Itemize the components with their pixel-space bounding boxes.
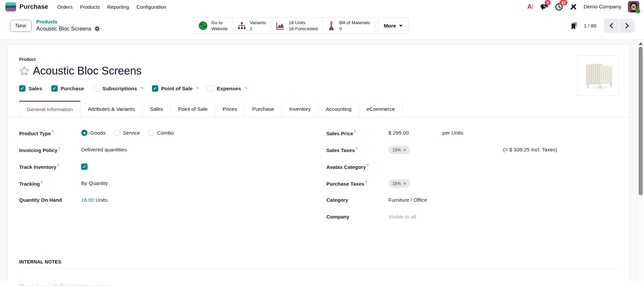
sitemap-icon xyxy=(237,21,246,30)
product-title-input[interactable]: Acoustic Bloc Screens xyxy=(33,64,142,77)
company-input[interactable]: Visible to all xyxy=(388,213,416,220)
invoicing-policy-select[interactable]: Delivered quantities xyxy=(81,146,127,153)
content-area: Product Acoustic Bloc Screens Sales Purc… xyxy=(0,40,644,281)
globe-icon xyxy=(199,21,208,30)
scrollbar-thumb[interactable] xyxy=(639,47,643,195)
sales-tax-remove-icon[interactable]: × xyxy=(404,147,406,152)
checkbox-sales[interactable]: Sales xyxy=(19,85,42,92)
subscriptions-checkbox-input[interactable] xyxy=(93,85,99,92)
menu-products[interactable]: Products xyxy=(76,1,103,12)
quantity-on-hand-link[interactable]: 16.00 xyxy=(81,197,94,203)
menu-reporting[interactable]: Reporting xyxy=(104,1,133,12)
new-button[interactable]: New xyxy=(10,20,32,32)
gear-icon xyxy=(94,26,100,32)
avatax-category-label: Avatax Category? xyxy=(326,162,388,170)
checkbox-purchase[interactable]: Purchase xyxy=(51,85,84,92)
tab-inventory[interactable]: Inventory xyxy=(282,101,318,117)
form-sheet: Product Acoustic Bloc Screens Sales Purc… xyxy=(7,44,630,281)
activities-icon[interactable]: 22 xyxy=(555,3,563,11)
subscriptions-checkbox-label: Subscriptions xyxy=(102,86,137,92)
purchase-checkbox-input[interactable] xyxy=(51,85,58,92)
control-panel: New Products Acoustic Bloc Screens xyxy=(0,13,644,40)
tab-ecommerce[interactable]: eCommerce xyxy=(359,101,402,117)
goods-radio-input[interactable] xyxy=(81,130,88,136)
tab-point-of-sale[interactable]: Point of Sale xyxy=(171,101,215,117)
tab-prices[interactable]: Prices xyxy=(215,101,245,117)
developer-tools-icon[interactable] xyxy=(570,3,577,10)
radio-service[interactable]: Service xyxy=(114,130,140,136)
bookmark-button[interactable] xyxy=(571,22,578,30)
app-switcher[interactable]: Purchase xyxy=(5,2,54,11)
chevron-down-icon xyxy=(399,25,402,27)
tools-icon xyxy=(570,3,577,10)
checkbox-subscriptions[interactable]: Subscriptions ? xyxy=(93,85,143,92)
more-button-label: More xyxy=(384,23,396,29)
tab-attributes-variants[interactable]: Attributes & Variants xyxy=(80,101,143,117)
screen-leg xyxy=(610,83,611,87)
main-menu: Orders Products Reporting Configuration xyxy=(54,1,170,12)
combo-radio-input[interactable] xyxy=(148,130,154,136)
company-switcher[interactable]: Demo Company xyxy=(584,4,621,10)
menu-orders[interactable]: Orders xyxy=(54,1,76,12)
radio-combo[interactable]: Combo xyxy=(148,130,174,136)
breadcrumb-products-link[interactable]: Products xyxy=(36,19,100,25)
scrollbar-up-arrow[interactable] xyxy=(639,42,643,45)
field-tracking: Tracking? By Quantity xyxy=(19,179,314,189)
sales-tax-tag-label: 15% xyxy=(392,148,401,152)
acoustic-screen-panel-2 xyxy=(600,65,612,85)
actions-gear-button[interactable] xyxy=(94,26,100,32)
tab-sales[interactable]: Sales xyxy=(143,101,171,117)
user-menu[interactable] xyxy=(628,1,639,12)
product-image[interactable] xyxy=(578,55,619,96)
pos-checkbox-label: Point of Sale xyxy=(161,86,193,92)
expenses-checkbox-input[interactable] xyxy=(207,85,214,92)
tracking-select[interactable]: By Quantity xyxy=(81,179,108,186)
purchase-tax-tag[interactable]: 15% × xyxy=(388,179,410,188)
more-button[interactable]: More xyxy=(378,17,409,34)
tab-general-information[interactable]: General Information xyxy=(19,101,80,117)
sales-price-input[interactable]: $ 295.00 xyxy=(388,130,441,136)
stat-units-line1: 16 Units xyxy=(289,20,318,26)
screen-leg xyxy=(599,85,601,89)
scrollbar[interactable] xyxy=(637,40,644,281)
ai-assistant-icon[interactable]: AI xyxy=(527,3,534,10)
sales-checkbox-input[interactable] xyxy=(19,85,25,92)
purchase-taxes-label: Purchase Taxes? xyxy=(326,179,388,187)
incl-taxes-note: (= $ 339.25 Incl. Taxes) xyxy=(503,147,557,153)
expenses-checkbox-label: Expenses xyxy=(217,86,241,92)
go-to-website-button[interactable]: Go to Website xyxy=(194,17,232,34)
tab-accounting[interactable]: Accounting xyxy=(318,101,359,117)
messages-icon[interactable]: 9 xyxy=(540,3,548,10)
tab-purchase[interactable]: Purchase xyxy=(245,101,282,117)
checkbox-expenses[interactable]: Expenses ? xyxy=(207,85,247,92)
pos-help: ? xyxy=(196,87,198,91)
pager-value[interactable]: 1 / 80 xyxy=(584,23,596,29)
menu-configuration[interactable]: Configuration xyxy=(133,1,170,12)
service-radio-input[interactable] xyxy=(114,130,120,136)
sales-price-uom[interactable]: per Units xyxy=(442,130,463,136)
record-type-label: Product xyxy=(19,57,618,62)
sales-tax-tag[interactable]: 15% × xyxy=(388,146,410,154)
flask-icon xyxy=(327,21,335,30)
internal-notes-header: INTERNAL NOTES xyxy=(19,259,618,265)
internal-notes-editor[interactable]: This note is only for internal purposes. xyxy=(19,284,618,286)
pager-next-button[interactable] xyxy=(620,19,635,33)
track-inventory-checkbox-input[interactable] xyxy=(81,163,88,170)
activities-badge: 22 xyxy=(559,0,568,5)
favorite-star-button[interactable] xyxy=(19,66,30,76)
field-quantity-on-hand: Quantity On Hand 16.00 Units xyxy=(19,196,314,206)
breadcrumb-current: Acoustic Bloc Screens xyxy=(36,25,91,32)
variants-button[interactable]: Variants 2 xyxy=(232,17,271,34)
pager-previous-button[interactable] xyxy=(604,19,619,33)
purchase-tax-tag-label: 15% xyxy=(392,181,401,186)
quantity-unit: Units xyxy=(96,197,107,203)
pos-checkbox-input[interactable] xyxy=(152,85,158,92)
forecasted-units-button[interactable]: 16 Units 16 Forecasted xyxy=(271,17,322,34)
checkbox-point-of-sale[interactable]: Point of Sale ? xyxy=(152,85,199,92)
purchase-tax-remove-icon[interactable]: × xyxy=(404,181,406,186)
category-input[interactable]: Furniture / Office xyxy=(388,196,427,203)
topbar: Purchase Orders Products Reporting Confi… xyxy=(0,0,644,13)
bill-of-materials-button[interactable]: Bill of Materials 0 xyxy=(322,17,375,34)
radio-goods[interactable]: Goods xyxy=(81,130,106,136)
stat-bom-line1: Bill of Materials xyxy=(339,20,370,26)
